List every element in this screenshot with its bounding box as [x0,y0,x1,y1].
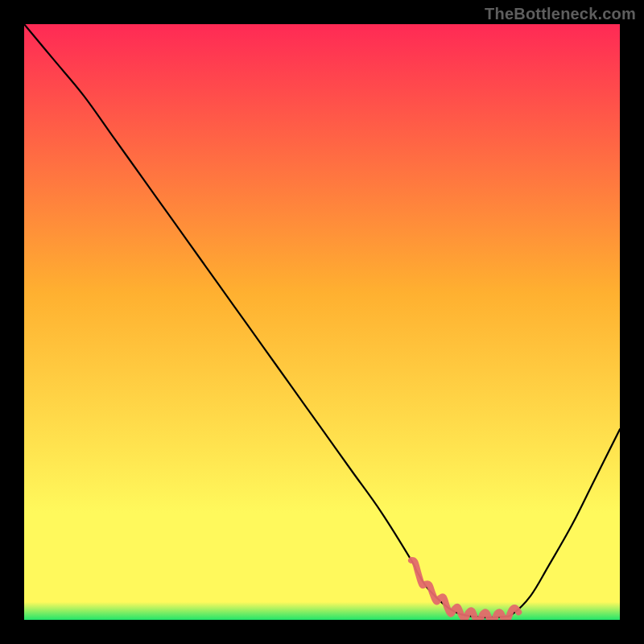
curve-layer [24,24,620,620]
watermark-text: TheBottleneck.com [485,5,636,23]
plot-area [24,24,620,620]
chart-stage: TheBottleneck.com [0,0,644,644]
optimal-range-highlight [411,560,518,620]
bottleneck-curve [24,24,620,617]
